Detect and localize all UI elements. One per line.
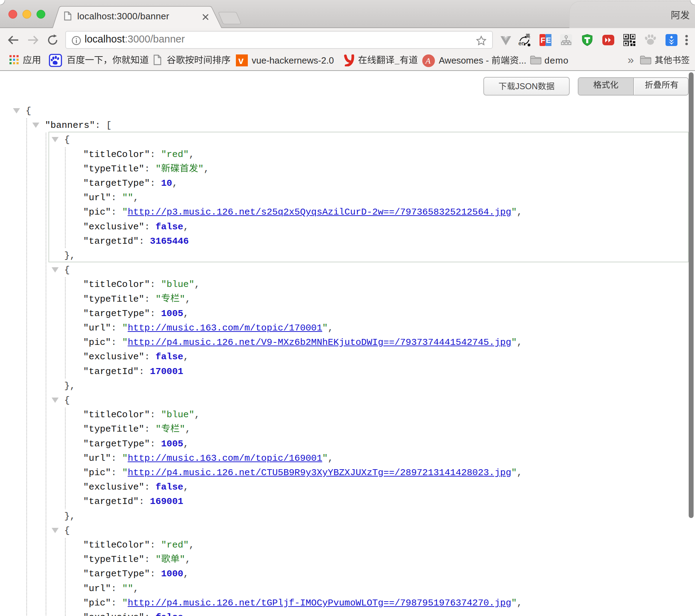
svg-text:A: A [425, 56, 431, 65]
svg-text:E: E [546, 36, 551, 45]
svg-text:F: F [541, 36, 545, 45]
svg-text:v: v [238, 55, 244, 66]
